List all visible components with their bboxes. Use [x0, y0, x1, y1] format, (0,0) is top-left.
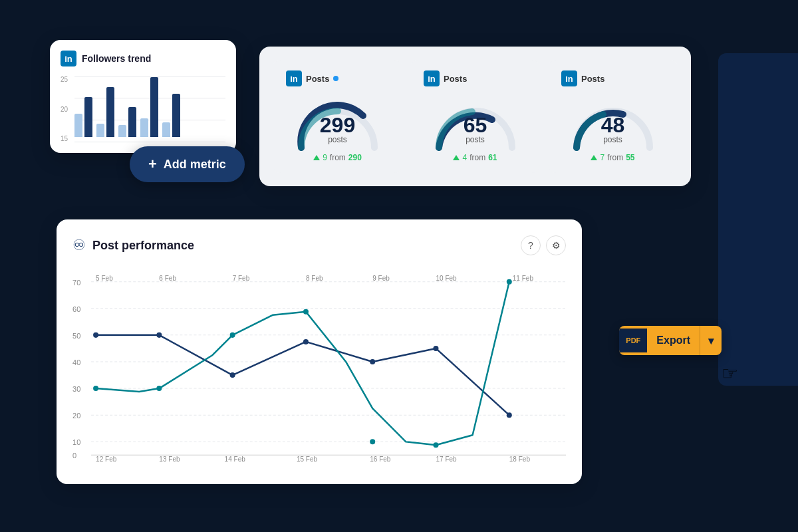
arrow-up-icon-2 [453, 155, 460, 160]
performance-actions: ? ⚙ [521, 235, 566, 255]
from-value-2: 61 [488, 153, 497, 162]
svg-text:70: 70 [72, 279, 80, 287]
gauge-3: 48 posts [567, 94, 660, 148]
linkedin-logo: in [61, 51, 76, 66]
svg-point-37 [93, 386, 98, 391]
svg-text:30: 30 [72, 385, 80, 393]
svg-point-33 [303, 339, 309, 344]
add-metric-button[interactable]: + Add metric [130, 146, 245, 182]
svg-point-34 [370, 359, 375, 364]
change-indicator-2: 4 from 61 [453, 153, 497, 162]
bar-group [140, 77, 158, 137]
bar-group [96, 87, 114, 137]
from-value-1: 290 [348, 153, 362, 162]
linkedin-logo-3: in [561, 70, 577, 86]
svg-text:40: 40 [72, 358, 80, 366]
performance-chart: 70 60 50 40 30 20 10 0 5 Feb 6 Feb 7 F [72, 269, 566, 468]
svg-point-30 [93, 332, 98, 338]
change-indicator-1: 9 from 290 [313, 153, 362, 162]
post-card-48: in Posts 48 posts 7 from 55 [548, 60, 678, 173]
svg-text:0: 0 [72, 452, 76, 460]
svg-point-42 [433, 442, 438, 448]
svg-text:11 Feb: 11 Feb [513, 275, 534, 282]
dark-sidebar-accent [718, 53, 798, 386]
gauge-label-2: posts [466, 135, 485, 144]
settings-button[interactable]: ⚙ [546, 235, 566, 255]
svg-point-38 [156, 386, 162, 391]
post-card-header-3: in Posts [561, 70, 664, 86]
bar-chart [74, 76, 225, 142]
change-value-3: 7 [600, 153, 604, 162]
svg-text:5 Feb: 5 Feb [96, 275, 113, 282]
svg-text:10 Feb: 10 Feb [436, 275, 457, 282]
svg-text:50: 50 [72, 332, 80, 340]
svg-point-35 [433, 346, 438, 351]
post-performance-card: ♾ Post performance ? ⚙ 70 60 50 40 30 [57, 219, 582, 484]
post-card-title-3: Posts [581, 74, 604, 84]
chart-area: 70 60 50 40 30 20 10 0 5 Feb 6 Feb 7 F [72, 269, 566, 468]
performance-icon: ♾ [72, 237, 86, 254]
svg-text:7 Feb: 7 Feb [233, 275, 250, 282]
gauge-2: 65 posts [429, 94, 522, 148]
svg-point-32 [230, 372, 235, 378]
bar-group [74, 97, 92, 137]
change-from-2: from [469, 153, 485, 162]
svg-point-41 [370, 439, 375, 444]
svg-point-36 [507, 412, 512, 418]
help-button[interactable]: ? [521, 235, 541, 255]
gauge-1: 299 posts [291, 94, 384, 148]
arrow-up-icon-3 [591, 155, 597, 160]
svg-text:13 Feb: 13 Feb [159, 456, 180, 463]
linkedin-logo-1: in [286, 70, 302, 86]
perf-title-group: ♾ Post performance [72, 237, 194, 254]
y-axis: 25 20 15 [61, 76, 68, 142]
post-card-header-2: in Posts [424, 70, 527, 86]
followers-card-title: Followers trend [82, 53, 151, 64]
post-card-title-1: Posts [306, 74, 329, 84]
posts-cards-container: in Posts 299 posts 9 from [259, 47, 691, 186]
performance-header: ♾ Post performance ? ⚙ [72, 235, 566, 255]
post-card-299: in Posts 299 posts 9 from [273, 60, 402, 173]
svg-text:60: 60 [72, 305, 80, 313]
change-value-2: 4 [462, 153, 467, 162]
change-indicator-3: 7 from 55 [591, 153, 634, 162]
change-value-1: 9 [323, 153, 327, 162]
post-card-title-2: Posts [444, 74, 467, 84]
svg-text:20: 20 [72, 412, 80, 420]
status-dot-blue [333, 76, 338, 81]
post-card-header: in Posts [286, 70, 389, 86]
svg-text:9 Feb: 9 Feb [372, 275, 390, 282]
add-metric-label: Add metric [164, 158, 226, 172]
svg-text:17 Feb: 17 Feb [436, 456, 457, 463]
change-from-3: from [607, 153, 623, 162]
chevron-down-icon[interactable]: ▾ [700, 327, 722, 355]
svg-text:18 Feb: 18 Feb [509, 456, 531, 463]
svg-text:8 Feb: 8 Feb [306, 275, 323, 282]
svg-text:16 Feb: 16 Feb [370, 456, 391, 463]
svg-text:12 Feb: 12 Feb [96, 456, 117, 463]
svg-text:14 Feb: 14 Feb [225, 456, 246, 463]
svg-point-31 [156, 332, 162, 338]
svg-text:10: 10 [72, 438, 80, 446]
gauge-label-3: posts [603, 135, 622, 144]
plus-icon: + [148, 156, 157, 173]
svg-point-39 [230, 332, 235, 338]
svg-text:6 Feb: 6 Feb [159, 275, 176, 282]
svg-point-40 [303, 309, 309, 315]
gauge-number-1: 299 [320, 113, 355, 138]
post-card-65: in Posts 65 posts 4 from 61 [410, 60, 540, 173]
svg-text:15 Feb: 15 Feb [297, 456, 318, 463]
gauge-number-3: 48 [601, 113, 625, 138]
followers-trend-card: in Followers trend 25 20 15 [50, 40, 236, 153]
bar-group [118, 107, 136, 137]
svg-point-43 [507, 279, 512, 285]
pdf-badge: PDF [619, 329, 647, 352]
card-header: in Followers trend [61, 51, 225, 66]
gauge-number-2: 65 [464, 113, 487, 138]
arrow-up-icon [313, 155, 320, 160]
cursor-pointer: ☞ [722, 362, 738, 384]
export-label: Export [647, 327, 700, 354]
from-value-3: 55 [626, 153, 634, 162]
export-button[interactable]: PDF Export ▾ [619, 326, 722, 355]
bar-group [162, 94, 180, 137]
